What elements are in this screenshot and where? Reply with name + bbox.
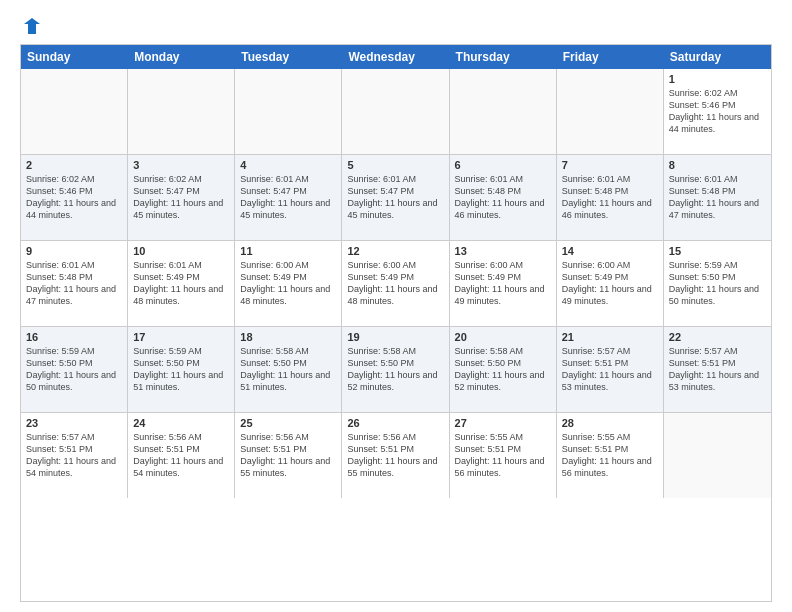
cal-cell <box>342 69 449 154</box>
cal-cell <box>557 69 664 154</box>
day-number: 26 <box>347 417 443 429</box>
cal-cell: 24Sunrise: 5:56 AM Sunset: 5:51 PM Dayli… <box>128 413 235 498</box>
day-info: Sunrise: 6:01 AM Sunset: 5:47 PM Dayligh… <box>240 173 336 222</box>
cal-cell <box>128 69 235 154</box>
svg-marker-0 <box>24 18 40 34</box>
day-number: 20 <box>455 331 551 343</box>
cal-cell: 18Sunrise: 5:58 AM Sunset: 5:50 PM Dayli… <box>235 327 342 412</box>
day-number: 8 <box>669 159 766 171</box>
day-info: Sunrise: 6:02 AM Sunset: 5:46 PM Dayligh… <box>669 87 766 136</box>
day-number: 16 <box>26 331 122 343</box>
calendar-header: SundayMondayTuesdayWednesdayThursdayFrid… <box>21 45 771 69</box>
day-number: 13 <box>455 245 551 257</box>
day-info: Sunrise: 6:01 AM Sunset: 5:48 PM Dayligh… <box>26 259 122 308</box>
cal-cell: 11Sunrise: 6:00 AM Sunset: 5:49 PM Dayli… <box>235 241 342 326</box>
cal-cell <box>450 69 557 154</box>
cal-cell <box>235 69 342 154</box>
cal-cell: 1Sunrise: 6:02 AM Sunset: 5:46 PM Daylig… <box>664 69 771 154</box>
cal-cell: 9Sunrise: 6:01 AM Sunset: 5:48 PM Daylig… <box>21 241 128 326</box>
day-number: 23 <box>26 417 122 429</box>
day-info: Sunrise: 6:00 AM Sunset: 5:49 PM Dayligh… <box>562 259 658 308</box>
day-info: Sunrise: 5:57 AM Sunset: 5:51 PM Dayligh… <box>562 345 658 394</box>
cal-cell: 12Sunrise: 6:00 AM Sunset: 5:49 PM Dayli… <box>342 241 449 326</box>
day-info: Sunrise: 6:00 AM Sunset: 5:49 PM Dayligh… <box>347 259 443 308</box>
day-info: Sunrise: 6:01 AM Sunset: 5:47 PM Dayligh… <box>347 173 443 222</box>
day-number: 27 <box>455 417 551 429</box>
cal-cell: 14Sunrise: 6:00 AM Sunset: 5:49 PM Dayli… <box>557 241 664 326</box>
cal-row: 1Sunrise: 6:02 AM Sunset: 5:46 PM Daylig… <box>21 69 771 155</box>
day-info: Sunrise: 6:01 AM Sunset: 5:48 PM Dayligh… <box>562 173 658 222</box>
cal-header-cell: Tuesday <box>235 45 342 69</box>
day-number: 10 <box>133 245 229 257</box>
day-info: Sunrise: 5:55 AM Sunset: 5:51 PM Dayligh… <box>455 431 551 480</box>
day-number: 15 <box>669 245 766 257</box>
cal-header-cell: Saturday <box>664 45 771 69</box>
logo <box>20 16 42 36</box>
day-info: Sunrise: 6:00 AM Sunset: 5:49 PM Dayligh… <box>240 259 336 308</box>
cal-cell: 16Sunrise: 5:59 AM Sunset: 5:50 PM Dayli… <box>21 327 128 412</box>
day-number: 7 <box>562 159 658 171</box>
cal-row: 9Sunrise: 6:01 AM Sunset: 5:48 PM Daylig… <box>21 241 771 327</box>
day-number: 9 <box>26 245 122 257</box>
cal-cell: 26Sunrise: 5:56 AM Sunset: 5:51 PM Dayli… <box>342 413 449 498</box>
day-number: 14 <box>562 245 658 257</box>
day-info: Sunrise: 5:57 AM Sunset: 5:51 PM Dayligh… <box>26 431 122 480</box>
cal-row: 16Sunrise: 5:59 AM Sunset: 5:50 PM Dayli… <box>21 327 771 413</box>
cal-cell <box>21 69 128 154</box>
day-number: 24 <box>133 417 229 429</box>
day-info: Sunrise: 5:56 AM Sunset: 5:51 PM Dayligh… <box>347 431 443 480</box>
day-info: Sunrise: 5:59 AM Sunset: 5:50 PM Dayligh… <box>133 345 229 394</box>
day-number: 19 <box>347 331 443 343</box>
day-info: Sunrise: 5:58 AM Sunset: 5:50 PM Dayligh… <box>347 345 443 394</box>
day-number: 25 <box>240 417 336 429</box>
cal-cell: 28Sunrise: 5:55 AM Sunset: 5:51 PM Dayli… <box>557 413 664 498</box>
day-number: 12 <box>347 245 443 257</box>
cal-header-cell: Sunday <box>21 45 128 69</box>
day-number: 22 <box>669 331 766 343</box>
cal-cell: 6Sunrise: 6:01 AM Sunset: 5:48 PM Daylig… <box>450 155 557 240</box>
cal-row: 23Sunrise: 5:57 AM Sunset: 5:51 PM Dayli… <box>21 413 771 498</box>
cal-cell: 25Sunrise: 5:56 AM Sunset: 5:51 PM Dayli… <box>235 413 342 498</box>
cal-header-cell: Wednesday <box>342 45 449 69</box>
day-number: 3 <box>133 159 229 171</box>
day-info: Sunrise: 5:56 AM Sunset: 5:51 PM Dayligh… <box>133 431 229 480</box>
calendar-body: 1Sunrise: 6:02 AM Sunset: 5:46 PM Daylig… <box>21 69 771 498</box>
day-info: Sunrise: 5:55 AM Sunset: 5:51 PM Dayligh… <box>562 431 658 480</box>
day-info: Sunrise: 5:56 AM Sunset: 5:51 PM Dayligh… <box>240 431 336 480</box>
cal-cell: 21Sunrise: 5:57 AM Sunset: 5:51 PM Dayli… <box>557 327 664 412</box>
cal-cell: 22Sunrise: 5:57 AM Sunset: 5:51 PM Dayli… <box>664 327 771 412</box>
cal-cell: 2Sunrise: 6:02 AM Sunset: 5:46 PM Daylig… <box>21 155 128 240</box>
day-info: Sunrise: 5:58 AM Sunset: 5:50 PM Dayligh… <box>240 345 336 394</box>
day-number: 18 <box>240 331 336 343</box>
day-info: Sunrise: 5:59 AM Sunset: 5:50 PM Dayligh… <box>669 259 766 308</box>
day-number: 1 <box>669 73 766 85</box>
cal-cell: 20Sunrise: 5:58 AM Sunset: 5:50 PM Dayli… <box>450 327 557 412</box>
header <box>20 16 772 36</box>
cal-row: 2Sunrise: 6:02 AM Sunset: 5:46 PM Daylig… <box>21 155 771 241</box>
day-info: Sunrise: 6:00 AM Sunset: 5:49 PM Dayligh… <box>455 259 551 308</box>
cal-cell: 4Sunrise: 6:01 AM Sunset: 5:47 PM Daylig… <box>235 155 342 240</box>
day-number: 2 <box>26 159 122 171</box>
cal-header-cell: Friday <box>557 45 664 69</box>
day-info: Sunrise: 6:01 AM Sunset: 5:48 PM Dayligh… <box>669 173 766 222</box>
cal-cell: 8Sunrise: 6:01 AM Sunset: 5:48 PM Daylig… <box>664 155 771 240</box>
day-info: Sunrise: 6:02 AM Sunset: 5:47 PM Dayligh… <box>133 173 229 222</box>
cal-cell: 3Sunrise: 6:02 AM Sunset: 5:47 PM Daylig… <box>128 155 235 240</box>
cal-cell: 10Sunrise: 6:01 AM Sunset: 5:49 PM Dayli… <box>128 241 235 326</box>
cal-header-cell: Monday <box>128 45 235 69</box>
cal-cell: 7Sunrise: 6:01 AM Sunset: 5:48 PM Daylig… <box>557 155 664 240</box>
calendar: SundayMondayTuesdayWednesdayThursdayFrid… <box>20 44 772 602</box>
logo-flag-icon <box>22 16 42 36</box>
day-number: 21 <box>562 331 658 343</box>
cal-cell: 23Sunrise: 5:57 AM Sunset: 5:51 PM Dayli… <box>21 413 128 498</box>
cal-cell: 5Sunrise: 6:01 AM Sunset: 5:47 PM Daylig… <box>342 155 449 240</box>
page: SundayMondayTuesdayWednesdayThursdayFrid… <box>0 0 792 612</box>
day-number: 11 <box>240 245 336 257</box>
day-number: 6 <box>455 159 551 171</box>
cal-cell: 27Sunrise: 5:55 AM Sunset: 5:51 PM Dayli… <box>450 413 557 498</box>
day-info: Sunrise: 6:01 AM Sunset: 5:49 PM Dayligh… <box>133 259 229 308</box>
day-number: 28 <box>562 417 658 429</box>
cal-cell: 17Sunrise: 5:59 AM Sunset: 5:50 PM Dayli… <box>128 327 235 412</box>
cal-cell <box>664 413 771 498</box>
day-info: Sunrise: 6:02 AM Sunset: 5:46 PM Dayligh… <box>26 173 122 222</box>
